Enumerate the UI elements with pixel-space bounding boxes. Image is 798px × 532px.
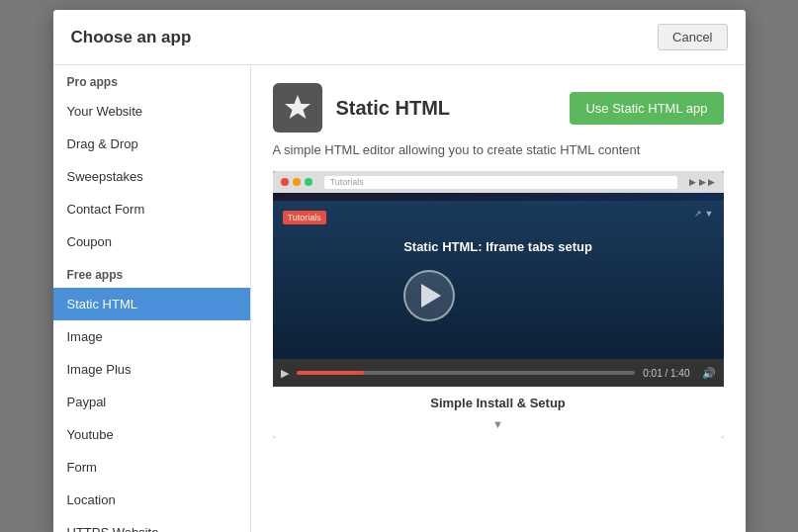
video-container[interactable]: Tutorials ▶ ▶ ▶ Tutorials ↗ ▼ Static HTM… [273,171,724,438]
app-icon [273,83,322,133]
cancel-button[interactable]: Cancel [658,24,727,50]
play-button[interactable] [403,270,455,321]
svg-marker-0 [285,95,310,119]
sidebar-item-image[interactable]: Image [53,320,250,353]
app-title: Static HTML [336,97,571,120]
progress-fill [297,371,365,375]
video-controls: ▶ 0:01 / 1:40 🔊 [273,359,724,387]
sidebar-item-https-website[interactable]: HTTPS Website [53,516,250,532]
use-app-button[interactable]: Use Static HTML app [570,92,723,125]
video-sub-caption: ▼ [273,418,724,438]
sidebar-item-youtube[interactable]: Youtube [53,418,250,451]
modal-body: Pro apps Your Website Drag & Drop Sweeps… [53,65,746,532]
content-area: Static HTML Use Static HTML app A simple… [251,65,746,532]
video-time: 0:01 / 1:40 [643,368,689,379]
play-icon [421,284,441,308]
sidebar-item-coupon[interactable]: Coupon [53,225,250,258]
sidebar-item-paypal[interactable]: Paypal [53,386,250,418]
progress-bar[interactable] [297,371,636,375]
app-description: A simple HTML editor allowing you to cre… [273,142,724,157]
play-pause-icon[interactable]: ▶ [281,367,289,380]
pro-apps-label: Pro apps [53,65,250,95]
sidebar-item-image-plus[interactable]: Image Plus [53,353,250,386]
modal-overlay: Choose an app Cancel Pro apps Your Websi… [0,0,798,532]
modal-title: Choose an app [71,28,192,47]
sidebar-item-form[interactable]: Form [53,451,250,484]
modal-dialog: Choose an app Cancel Pro apps Your Websi… [53,10,746,532]
free-apps-label: Free apps [53,258,250,288]
sidebar-item-drag-drop[interactable]: Drag & Drop [53,128,250,160]
sidebar-item-location[interactable]: Location [53,484,250,516]
modal-header: Choose an app Cancel [53,10,746,65]
sidebar-item-sweepstakes[interactable]: Sweepstakes [53,160,250,193]
sidebar-item-static-html[interactable]: Static HTML [53,288,250,320]
sidebar-item-contact-form[interactable]: Contact Form [53,193,250,225]
video-title-text: Static HTML: Iframe tabs setup [403,239,592,254]
video-caption: Simple Install & Setup [273,387,724,418]
volume-icon[interactable]: 🔊 [702,367,716,380]
sidebar-item-your-website[interactable]: Your Website [53,95,250,128]
app-header: Static HTML Use Static HTML app [273,83,724,133]
sidebar: Pro apps Your Website Drag & Drop Sweeps… [53,65,251,532]
video-tag: Tutorials [283,211,326,224]
video-thumbnail: Tutorials ▶ ▶ ▶ Tutorials ↗ ▼ Static HTM… [273,171,724,359]
video-share: ↗ ▼ [694,209,713,219]
